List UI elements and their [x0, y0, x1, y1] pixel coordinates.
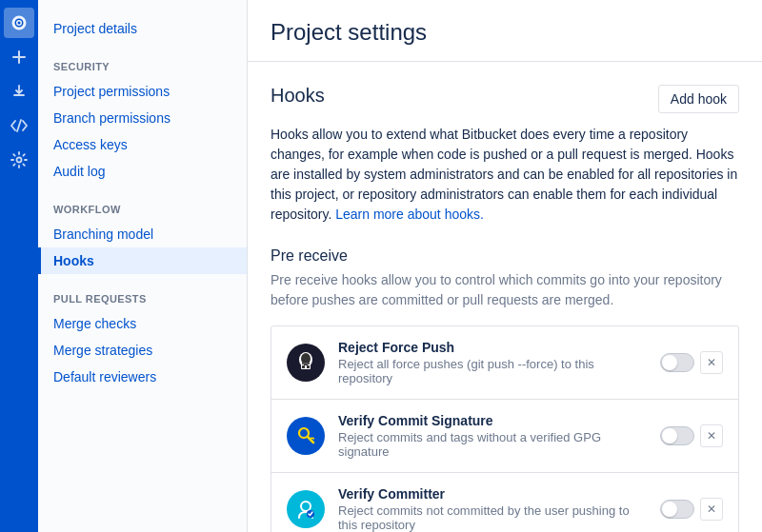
sidebar-section-workflow-title: WORKFLOW [38, 192, 247, 221]
pre-receive-title: Pre receive [271, 247, 739, 265]
icon-bar [0, 0, 38, 532]
content-area: Hooks Add hook Hooks allow you to extend… [248, 62, 762, 532]
svg-point-14 [301, 502, 311, 511]
svg-line-13 [311, 438, 314, 439]
pre-receive-hook-list: Reject Force Push Reject all force pushe… [271, 325, 739, 532]
sidebar-item-branching-model[interactable]: Branching model [38, 221, 247, 247]
reject-force-push-info: Reject Force Push Reject all force pushe… [338, 340, 647, 385]
verify-committer-remove-button[interactable]: ✕ [700, 498, 723, 521]
reject-force-push-desc: Reject all force pushes (git push --forc… [338, 357, 647, 385]
svg-rect-7 [304, 365, 308, 365]
sidebar-item-project-permissions[interactable]: Project permissions [38, 78, 247, 105]
main-content: Project settings Hooks Add hook Hooks al… [248, 0, 762, 532]
hook-item-verify-committer: Verify Committer Reject commits not comm… [271, 473, 738, 532]
verify-commit-sig-info: Verify Commit Signature Reject commits a… [338, 413, 647, 459]
add-icon[interactable] [4, 42, 34, 72]
sidebar-item-merge-strategies[interactable]: Merge strategies [38, 337, 247, 364]
verify-commit-sig-switch[interactable] [660, 426, 694, 445]
settings-icon[interactable] [4, 145, 34, 175]
sidebar-section-pull-requests-title: PULL REQUESTS [38, 282, 247, 310]
verify-committer-toggle: ✕ [660, 498, 723, 521]
verify-committer-info: Verify Committer Reject commits not comm… [338, 486, 647, 532]
svg-point-2 [17, 158, 22, 163]
sidebar-section-security: SECURITY Project permissions Branch perm… [38, 49, 247, 185]
verify-commit-sig-toggle: ✕ [660, 424, 723, 447]
bitbucket-logo-icon[interactable] [4, 8, 34, 38]
verify-committer-desc: Reject commits not committed by the user… [338, 503, 647, 532]
reject-force-push-name: Reject Force Push [338, 340, 647, 355]
verify-commit-sig-icon [287, 417, 325, 455]
download-icon[interactable] [4, 76, 34, 107]
learn-more-link[interactable]: Learn more about hooks. [335, 207, 484, 222]
verify-commit-sig-name: Verify Commit Signature [338, 413, 647, 428]
verify-committer-name: Verify Committer [338, 486, 647, 502]
sidebar-item-default-reviewers[interactable]: Default reviewers [38, 364, 247, 390]
reject-force-push-remove-button[interactable]: ✕ [700, 351, 723, 374]
pre-receive-description: Pre receive hooks allow you to control w… [271, 270, 739, 310]
sidebar-item-branch-permissions[interactable]: Branch permissions [38, 105, 247, 131]
svg-rect-9 [302, 363, 310, 365]
svg-rect-5 [302, 365, 305, 368]
hooks-title: Hooks [271, 85, 325, 107]
reject-force-push-icon [287, 344, 325, 382]
verify-committer-icon [287, 490, 325, 528]
page-title: Project settings [271, 19, 739, 46]
sidebar-section-workflow: WORKFLOW Branching model Hooks [38, 192, 247, 274]
sidebar-item-hooks[interactable]: Hooks [38, 247, 247, 274]
sidebar-item-project-details[interactable]: Project details [38, 15, 247, 42]
reject-force-push-toggle: ✕ [660, 351, 723, 374]
sidebar: Project details SECURITY Project permiss… [38, 0, 248, 532]
content-header: Hooks Add hook [271, 85, 739, 113]
sidebar-item-audit-log[interactable]: Audit log [38, 158, 247, 185]
hooks-description: Hooks allow you to extend what Bitbucket… [271, 125, 739, 225]
hook-item-reject-force-push: Reject Force Push Reject all force pushe… [271, 326, 738, 400]
reject-force-push-switch[interactable] [660, 353, 694, 372]
sidebar-item-merge-checks[interactable]: Merge checks [38, 310, 247, 337]
code-icon[interactable] [4, 110, 34, 141]
page-header: Project settings [248, 0, 762, 62]
verify-commit-sig-desc: Reject commits and tags without a verifi… [338, 430, 647, 459]
verify-commit-sig-remove-button[interactable]: ✕ [700, 424, 723, 447]
verify-committer-switch[interactable] [660, 500, 694, 519]
svg-rect-6 [307, 365, 310, 368]
sidebar-section-pull-requests: PULL REQUESTS Merge checks Merge strateg… [38, 282, 247, 390]
hook-item-verify-commit-sig: Verify Commit Signature Reject commits a… [271, 400, 738, 473]
svg-point-1 [18, 22, 21, 25]
sidebar-section-security-title: SECURITY [38, 49, 247, 78]
sidebar-item-access-keys[interactable]: Access keys [38, 131, 247, 158]
add-hook-button[interactable]: Add hook [658, 85, 739, 113]
